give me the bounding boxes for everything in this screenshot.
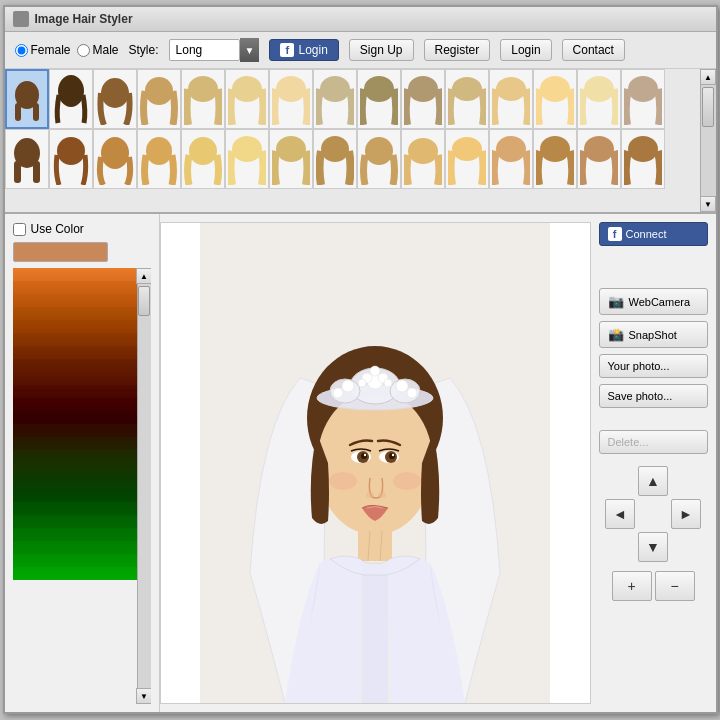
hair-thumb-25[interactable] — [401, 129, 445, 189]
svg-point-3 — [58, 75, 84, 107]
color-scroll-up[interactable]: ▲ — [136, 268, 151, 284]
swatch-2[interactable] — [13, 281, 137, 294]
svg-point-59 — [389, 453, 395, 459]
color-preview[interactable] — [13, 242, 108, 262]
style-select-arrow[interactable]: ▼ — [240, 38, 260, 62]
bride-image — [200, 223, 550, 703]
swatch-9[interactable] — [13, 372, 137, 385]
gallery-scroll-down[interactable]: ▼ — [700, 196, 716, 212]
hair-thumb-28[interactable] — [533, 129, 577, 189]
hair-thumb-18[interactable] — [93, 129, 137, 189]
style-select[interactable]: Long Short Medium Curly — [169, 39, 240, 61]
gender-radio-group: Female Male — [15, 43, 119, 57]
swatch-14[interactable] — [13, 437, 137, 450]
swatch-3[interactable] — [13, 294, 137, 307]
swatch-5[interactable] — [13, 320, 137, 333]
hair-thumb-7[interactable] — [269, 69, 313, 129]
hair-thumb-19[interactable] — [137, 129, 181, 189]
hair-thumb-6[interactable] — [225, 69, 269, 129]
hair-thumb-2[interactable] — [49, 69, 93, 129]
hair-thumb-15[interactable] — [621, 69, 665, 129]
nav-right-button[interactable]: ► — [671, 499, 701, 529]
svg-point-49 — [333, 388, 343, 398]
swatch-22[interactable] — [13, 541, 137, 554]
swatch-4[interactable] — [13, 307, 137, 320]
nav-left-button[interactable]: ◄ — [605, 499, 635, 529]
svg-point-50 — [407, 388, 417, 398]
zoom-in-button[interactable]: + — [612, 571, 652, 601]
hair-thumb-21[interactable] — [225, 129, 269, 189]
male-radio[interactable] — [77, 44, 90, 57]
swatch-8[interactable] — [13, 359, 137, 372]
hair-thumb-23[interactable] — [313, 129, 357, 189]
swatch-24[interactable] — [13, 567, 137, 580]
save-photo-button[interactable]: Save photo... — [599, 384, 708, 408]
hair-thumb-27[interactable] — [489, 129, 533, 189]
snapshot-button[interactable]: 📸 SnapShot — [599, 321, 708, 348]
swatch-13[interactable] — [13, 424, 137, 437]
swatch-20[interactable] — [13, 515, 137, 528]
swatch-12[interactable] — [13, 411, 137, 424]
female-radio[interactable] — [15, 44, 28, 57]
contact-button[interactable]: Contact — [562, 39, 625, 61]
hair-thumb-12[interactable] — [489, 69, 533, 129]
color-scrollbar: ▲ ▼ — [137, 268, 151, 704]
signup-button[interactable]: Sign Up — [349, 39, 414, 61]
swatch-21[interactable] — [13, 528, 137, 541]
delete-label: Delete... — [608, 436, 649, 448]
male-radio-label[interactable]: Male — [77, 43, 119, 57]
hair-thumb-24[interactable] — [357, 129, 401, 189]
hair-thumb-11[interactable] — [445, 69, 489, 129]
hair-thumb-8[interactable] — [313, 69, 357, 129]
right-panel: f Connect 📷 WebCamera 📸 SnapShot Your ph… — [591, 214, 716, 712]
svg-point-32 — [584, 136, 614, 162]
swatch-18[interactable] — [13, 489, 137, 502]
hair-thumb-14[interactable] — [577, 69, 621, 129]
swatch-11[interactable] — [13, 398, 137, 411]
swatch-7[interactable] — [13, 346, 137, 359]
hair-thumb-1[interactable] — [5, 69, 49, 129]
swatch-16[interactable] — [13, 463, 137, 476]
delete-button[interactable]: Delete... — [599, 430, 708, 454]
hair-thumb-20[interactable] — [181, 129, 225, 189]
hair-thumb-4[interactable] — [137, 69, 181, 129]
swatch-15[interactable] — [13, 450, 137, 463]
hair-thumb-30[interactable] — [621, 129, 665, 189]
swatch-19[interactable] — [13, 502, 137, 515]
hair-thumb-9[interactable] — [357, 69, 401, 129]
color-scroll-down[interactable]: ▼ — [136, 688, 151, 704]
save-photo-label: Save photo... — [608, 390, 673, 402]
your-photo-button[interactable]: Your photo... — [599, 354, 708, 378]
nav-down-button[interactable]: ▼ — [638, 532, 668, 562]
swatch-1[interactable] — [13, 268, 137, 281]
hair-thumb-3[interactable] — [93, 69, 137, 129]
swatch-17[interactable] — [13, 476, 137, 489]
hair-thumb-29[interactable] — [577, 129, 621, 189]
fb-connect-label: Connect — [626, 228, 667, 240]
gallery-scroll-thumb[interactable] — [702, 87, 714, 127]
register-button[interactable]: Register — [424, 39, 491, 61]
hair-thumb-13[interactable] — [533, 69, 577, 129]
use-color-checkbox[interactable] — [13, 223, 26, 236]
hair-thumb-10[interactable] — [401, 69, 445, 129]
login-button[interactable]: Login — [500, 39, 551, 61]
hair-thumb-5[interactable] — [181, 69, 225, 129]
gallery-scroll-up[interactable]: ▲ — [700, 69, 716, 85]
hair-thumb-26[interactable] — [445, 129, 489, 189]
nav-center — [638, 499, 668, 529]
female-radio-label[interactable]: Female — [15, 43, 71, 57]
hair-thumb-22[interactable] — [269, 129, 313, 189]
fb-login-button[interactable]: f Login — [269, 39, 338, 61]
nav-up-button[interactable]: ▲ — [638, 466, 668, 496]
svg-point-45 — [358, 379, 366, 387]
color-scroll-thumb[interactable] — [138, 286, 150, 316]
fb-connect-button[interactable]: f Connect — [599, 222, 708, 246]
svg-rect-1 — [15, 103, 21, 121]
swatch-23[interactable] — [13, 554, 137, 567]
swatch-10[interactable] — [13, 385, 137, 398]
hair-thumb-17[interactable] — [49, 129, 93, 189]
webcamera-button[interactable]: 📷 WebCamera — [599, 288, 708, 315]
swatch-6[interactable] — [13, 333, 137, 346]
hair-thumb-16[interactable] — [5, 129, 49, 189]
zoom-out-button[interactable]: − — [655, 571, 695, 601]
